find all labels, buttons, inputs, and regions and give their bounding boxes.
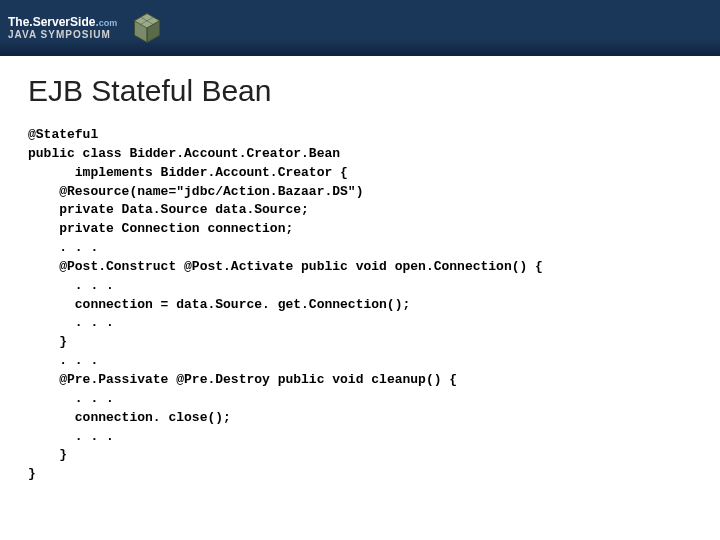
brand-block: The.ServerSide.com JAVA SYMPOSIUM bbox=[8, 16, 117, 40]
code-line: public void open.Connection() { bbox=[293, 259, 543, 274]
code-line: @Pre.Passivate bbox=[28, 372, 168, 387]
header-bar: The.ServerSide.com JAVA SYMPOSIUM bbox=[0, 0, 720, 56]
slide-title: EJB Stateful Bean bbox=[28, 74, 692, 108]
code-line: private Data.Source data.Source; bbox=[28, 202, 309, 217]
code-line: @Stateful bbox=[28, 127, 98, 142]
code-line: . . . bbox=[28, 278, 114, 293]
code-line: } bbox=[28, 466, 36, 481]
code-line: . . . bbox=[28, 240, 98, 255]
code-block: @Stateful public class Bidder.Account.Cr… bbox=[28, 126, 692, 484]
code-line: . . . bbox=[28, 315, 114, 330]
code-line: } bbox=[28, 447, 67, 462]
code-line: . . . bbox=[28, 391, 114, 406]
code-line: . . . bbox=[28, 429, 114, 444]
code-line: @Post.Activate bbox=[176, 259, 293, 274]
slide-content: EJB Stateful Bean @Stateful public class… bbox=[0, 56, 720, 502]
code-line: . . . bbox=[28, 353, 98, 368]
cube-icon bbox=[129, 10, 165, 46]
brand-prefix: The. bbox=[8, 15, 33, 29]
brand-subtitle: JAVA SYMPOSIUM bbox=[8, 29, 117, 40]
brand-com: com bbox=[99, 18, 118, 28]
code-line: @Post.Construct bbox=[28, 259, 176, 274]
code-line: @Resource(name="jdbc/Action.Bazaar.DS") bbox=[28, 184, 363, 199]
code-line: connection. close(); bbox=[28, 410, 231, 425]
brand-suffix: Side bbox=[70, 15, 95, 29]
brand-main: Server bbox=[33, 15, 70, 29]
brand-top-line: The.ServerSide.com bbox=[8, 16, 117, 29]
code-line: implements Bidder.Account.Creator { bbox=[28, 165, 348, 180]
code-line: public class Bidder.Account.Creator.Bean bbox=[28, 146, 340, 161]
code-line: connection = data.Source. get.Connection… bbox=[28, 297, 410, 312]
code-line: @Pre.Destroy bbox=[168, 372, 269, 387]
code-line: } bbox=[28, 334, 67, 349]
code-line: public void cleanup() { bbox=[270, 372, 457, 387]
code-line: private Connection connection; bbox=[28, 221, 293, 236]
